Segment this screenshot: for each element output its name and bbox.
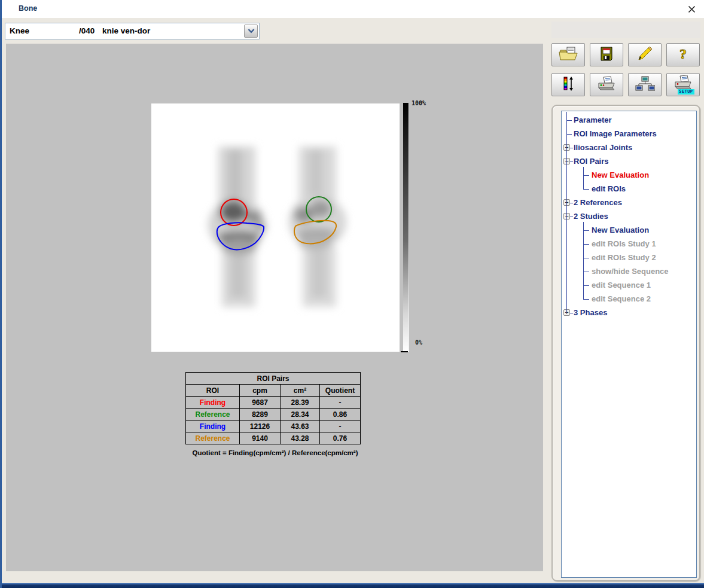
pencil-icon [636, 45, 654, 65]
close-icon [688, 5, 696, 13]
quotient-formula-note: Quotient = Finding(cpm/cm²) / Reference(… [156, 449, 395, 456]
table-row: Reference914043.280.76 [186, 432, 361, 444]
help-icon: ? [674, 45, 692, 65]
save-icon [598, 45, 615, 65]
tree-connector-line [566, 134, 572, 135]
tree-item-edit-rois-study-2[interactable]: edit ROIs Study 2 [592, 252, 656, 263]
tree-content: ParameterROI Image Parameters+Iliosacral… [562, 111, 696, 577]
printer-setup-button[interactable]: SETUP [666, 73, 700, 96]
tree-item-roi-pairs[interactable]: ROI Pairs [574, 156, 609, 167]
tree-item-edit-rois-study-1[interactable]: edit ROIs Study 1 [592, 239, 656, 249]
table-row: Reference828928.340.86 [186, 409, 361, 421]
cell-quotient: - [320, 421, 361, 432]
tree-connector-line [583, 285, 589, 286]
study-name: Knee [10, 26, 29, 35]
cell-cm2: 43.63 [281, 421, 320, 432]
table-row: Finding968728.39- [186, 397, 361, 409]
tree-connector-line [583, 258, 589, 258]
tree-item-edit-rois[interactable]: edit ROIs [592, 184, 626, 194]
cell-cm2: 28.39 [281, 397, 320, 409]
tree-item-iliosacral-joints[interactable]: Iliosacral Joints [574, 142, 632, 153]
tree-item-edit-sequence-1[interactable]: edit Sequence 1 [592, 280, 651, 291]
column-header: cpm [240, 385, 281, 397]
study-selector-combobox[interactable]: Knee /040 knie ven-dor [5, 23, 260, 39]
tree-item-new-evaluation[interactable]: New Evaluation [592, 170, 649, 181]
open-button[interactable] [551, 43, 585, 66]
title-bar: Bone [0, 0, 704, 18]
tree-item-2-studies[interactable]: 2 Studies [574, 211, 608, 222]
cell-cpm: 9687 [240, 397, 281, 409]
printer-icon [596, 75, 617, 95]
tree-connector-line [583, 189, 589, 190]
color-scale-button[interactable] [551, 73, 585, 96]
menu-tree-panel: ParameterROI Image Parameters+Iliosacral… [551, 105, 700, 581]
tree-connector-line [583, 175, 589, 176]
cell-cm2: 28.34 [281, 409, 320, 421]
column-header: cm² [281, 385, 320, 397]
colorbar-max-label: 100% [412, 100, 426, 106]
save-button[interactable] [590, 43, 623, 66]
bottom-accent-bar [0, 583, 704, 588]
print-button[interactable] [590, 73, 623, 96]
close-button[interactable] [683, 2, 700, 16]
colorbar-min-label: 0% [415, 339, 422, 346]
color-scale-icon [559, 75, 577, 95]
tree-connector-line [566, 120, 572, 121]
tree-item-show-hide-sequence[interactable]: show/hide Sequence [592, 266, 669, 277]
network-printer-icon [635, 75, 655, 95]
cell-roi: Reference [186, 409, 240, 421]
tree-item-2-references[interactable]: 2 References [574, 197, 622, 208]
chevron-down-icon [248, 29, 255, 33]
tree-connector-line [583, 230, 589, 231]
cell-quotient: 0.76 [320, 432, 361, 444]
network-print-button[interactable] [628, 73, 662, 96]
tree-connector-line [583, 167, 584, 189]
tree-connector-line [566, 112, 567, 313]
cell-quotient: - [320, 397, 361, 409]
study-number: /040 [79, 26, 95, 35]
cell-cpm: 8289 [240, 409, 281, 421]
status-info-box [551, 22, 700, 38]
bone-application-window: { "window": { "title": "Bone" }, "study_… [0, 0, 704, 588]
cell-roi: Reference [186, 432, 240, 444]
roi-pairs-table: ROI Pairs ROIcpmcm²Quotient Finding96872… [185, 372, 360, 444]
combobox-dropdown-button[interactable] [244, 25, 258, 38]
tree-connector-line [583, 272, 589, 272]
folder-open-icon [558, 45, 578, 65]
tree-connector-line [583, 244, 589, 245]
edit-button[interactable] [628, 43, 662, 66]
tree-connector-line [583, 222, 584, 299]
tree-item-roi-image-parameters[interactable]: ROI Image Parameters [574, 129, 657, 139]
study-view: knie ven-dor [102, 26, 150, 35]
cell-quotient: 0.86 [320, 409, 361, 421]
tree-item-3-phases[interactable]: 3 Phases [574, 307, 607, 318]
image-canvas: 100% 0% ROI Pairs ROIcpmcm²Quotient Find… [6, 44, 543, 571]
cell-roi: Finding [186, 421, 240, 432]
window-title: Bone [19, 4, 37, 13]
menu-tree-box: ParameterROI Image Parameters+Iliosacral… [561, 111, 697, 578]
cell-roi: Finding [186, 397, 240, 409]
column-header: Quotient [320, 385, 361, 397]
setup-badge: SETUP [678, 89, 694, 95]
table-title: ROI Pairs [186, 373, 361, 385]
svg-text:?: ? [679, 46, 687, 62]
cell-cpm: 12126 [240, 421, 281, 432]
knee-scintigram-image [151, 103, 400, 352]
tree-connector-line [583, 299, 589, 300]
column-header: ROI [186, 385, 240, 397]
grayscale-colorbar[interactable] [403, 103, 409, 352]
colorbar-tick [401, 351, 408, 352]
scintigram-svg [151, 103, 400, 352]
cell-cpm: 9140 [240, 432, 281, 444]
tree-item-new-evaluation[interactable]: New Evaluation [592, 225, 649, 236]
cell-cm2: 43.28 [281, 432, 320, 444]
left-accent-edge [0, 0, 2, 588]
table-row: Finding1212643.63- [186, 421, 361, 432]
tree-item-edit-sequence-2[interactable]: edit Sequence 2 [592, 294, 651, 304]
tree-item-parameter[interactable]: Parameter [574, 115, 612, 126]
help-button[interactable]: ? [666, 43, 700, 66]
